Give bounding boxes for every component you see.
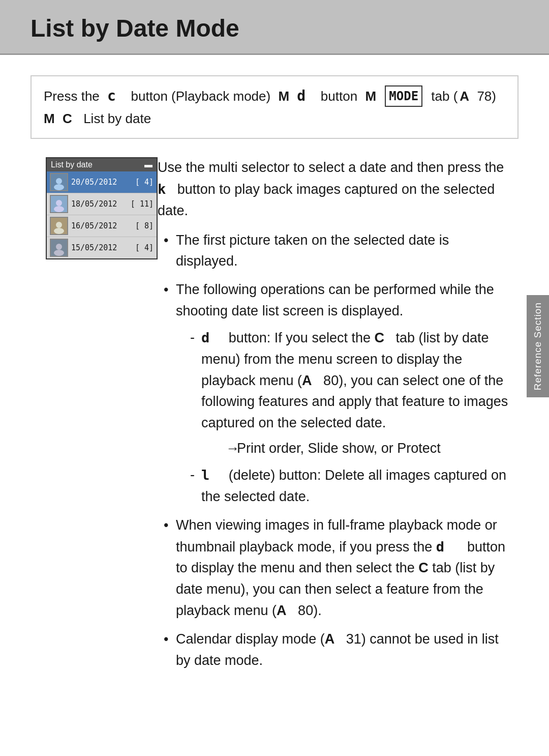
svg-point-7 [56, 222, 62, 228]
svg-point-11 [54, 250, 64, 256]
camera-count-3: [ 8] [135, 221, 154, 230]
svg-point-5 [54, 206, 64, 212]
camera-screen-container: List by date ▬ 20/ [46, 157, 158, 668]
thumbnail-icon [50, 217, 68, 235]
svg-point-10 [56, 244, 62, 250]
list-item-text: The first picture taken on the selected … [176, 232, 449, 269]
nav-tab-text: tab ( [431, 86, 458, 106]
nav-press-text: Press the [44, 86, 100, 106]
camera-row: 15/05/2012 [ 4] [47, 237, 157, 258]
list-item: The following operations can be performe… [158, 279, 508, 507]
list-item: When viewing images in full-frame playba… [158, 515, 508, 622]
a-ref: A [302, 373, 312, 388]
page-header: List by Date Mode [0, 0, 549, 55]
a-bold-inline: A [277, 603, 287, 618]
camera-screen-icon: ▬ [144, 160, 152, 169]
main-content: List by date ▬ 20/ [30, 157, 518, 679]
camera-date-3: 16/05/2012 [71, 221, 132, 230]
camera-date-1: 20/05/2012 [71, 178, 132, 187]
thumbnail-icon [50, 173, 68, 191]
thumbnail-icon [50, 195, 68, 213]
list-item: Calendar display mode (A 31) cannot be u… [158, 629, 508, 672]
sub-list-item: l (delete) button: Delete all images cap… [176, 464, 508, 508]
page-container: List by Date Mode Press the c button (Pl… [0, 0, 549, 756]
a-bold-cal: A [325, 631, 335, 647]
camera-screen-header: List by date ▬ [47, 158, 157, 171]
sub-sub-list: Print order, Slide show, or Protect [201, 438, 508, 459]
content-area: Press the c button (Playback mode) M d b… [0, 55, 549, 756]
main-bullet-list: The first picture taken on the selected … [158, 230, 508, 672]
list-item: The first picture taken on the selected … [158, 230, 508, 273]
nav-a-bold: A [460, 86, 469, 106]
nav-m2-bold: M [365, 86, 376, 106]
text-content: Use the multi selector to select a date … [158, 157, 518, 679]
sub-sub-list-item: Print order, Slide show, or Protect [201, 438, 508, 459]
nav-c2-bold: C [63, 109, 72, 129]
thumbnail-icon [50, 239, 68, 257]
list-item-text: The following operations can be performe… [176, 282, 494, 318]
svg-point-1 [56, 178, 62, 184]
l-button-ref: l [201, 467, 209, 483]
sub-bullet-list: d button: If you select the C tab (list … [176, 327, 508, 508]
sub-list-item: d button: If you select the C tab (list … [176, 327, 508, 459]
nav-m3-bold: M [44, 109, 55, 129]
camera-screen: List by date ▬ 20/ [46, 157, 158, 259]
nav-c-button: c [107, 85, 116, 107]
svg-point-4 [56, 200, 62, 206]
camera-count-4: [ 4] [135, 243, 154, 252]
reference-tab: Reference Section [527, 295, 549, 397]
sub-sub-item-text: Print order, Slide show, or Protect [237, 441, 441, 456]
nav-button-text: button [321, 86, 357, 106]
camera-row: 18/05/2012 [ 11] [47, 193, 157, 215]
c-bold-inline: C [418, 560, 429, 575]
intro-paragraph: Use the multi selector to select a date … [158, 157, 508, 222]
reference-tab-text: Reference Section [532, 302, 543, 390]
d-button-ref: d [201, 330, 209, 345]
nav-page-ref: 78) [477, 86, 496, 106]
d-button-inline: d [436, 539, 444, 555]
nav-d-button: d [297, 85, 306, 107]
nav-mode-box: MODE [385, 85, 422, 107]
svg-point-8 [54, 228, 64, 234]
c-tab-ref: C [374, 330, 384, 345]
camera-screen-title: List by date [51, 160, 93, 169]
camera-count-2: [ 11] [131, 199, 154, 209]
k-button: k [158, 181, 166, 197]
camera-date-2: 18/05/2012 [71, 199, 128, 209]
camera-row: 20/05/2012 [ 4] [47, 171, 157, 193]
camera-row: 16/05/2012 [ 8] [47, 215, 157, 237]
nav-middle-text: button (Playback mode) [131, 86, 271, 106]
nav-m-bold: M [278, 86, 289, 106]
camera-date-4: 15/05/2012 [71, 243, 132, 252]
nav-end-text: List by date [83, 109, 151, 129]
nav-bar: Press the c button (Playback mode) M d b… [30, 75, 518, 139]
page-title: List by Date Mode [30, 14, 518, 42]
svg-point-2 [54, 184, 64, 190]
camera-screen-body: 20/05/2012 [ 4] 18/05/201 [47, 171, 157, 258]
camera-count-1: [ 4] [135, 178, 154, 187]
